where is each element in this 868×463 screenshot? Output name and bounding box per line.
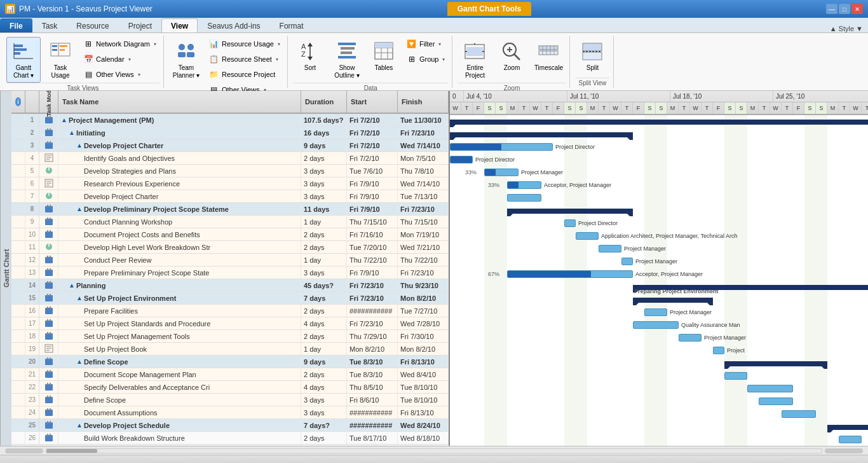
task-row[interactable]: 13Prepare Preliminary Project Scope Stat… (11, 266, 449, 279)
close-button[interactable]: ✕ (851, 4, 863, 14)
horizontal-scrollbar-right[interactable] (825, 448, 863, 453)
gantt-bar[interactable] (484, 169, 519, 176)
gantt-bar[interactable] (633, 321, 679, 329)
gantt-bar[interactable] (507, 270, 633, 278)
tab-file[interactable]: File (0, 18, 32, 32)
task-row[interactable]: 14▲ Planning45 days?Fri 7/23/10Thu 9/23/… (11, 279, 449, 292)
gantt-bar[interactable] (507, 181, 541, 189)
tab-resource[interactable]: Resource (67, 18, 118, 32)
gantt-body[interactable]: Project Director50%Project DirectorProje… (450, 115, 868, 446)
minimize-button[interactable]: — (826, 4, 837, 14)
task-row[interactable]: 16Prepare Facilities2 days###########Tue… (11, 305, 449, 317)
task-row[interactable]: 4Identify Goals and Objectives2 daysFri … (11, 152, 449, 165)
horizontal-scrollbar-left[interactable] (5, 448, 43, 453)
sort-button[interactable]: A Z Sort (293, 37, 327, 75)
tab-project[interactable]: Project (119, 18, 161, 32)
task-row[interactable]: 21Document Scope Management Plan2 daysTu… (11, 368, 449, 381)
gantt-bar[interactable] (644, 308, 667, 316)
tables-button[interactable]: Tables (367, 37, 401, 75)
task-row[interactable]: 3▲ Develop Project Charter9 daysFri 7/2/… (11, 139, 449, 152)
gantt-bar[interactable] (713, 347, 724, 354)
gantt-bar[interactable] (782, 410, 816, 418)
row-start: Fri 7/9/10 (347, 203, 398, 215)
gantt-bars-container: Project Director50%Project DirectorProje… (450, 115, 868, 446)
gantt-bar[interactable] (599, 245, 621, 252)
tab-seavus[interactable]: Seavus Add-ins (198, 18, 269, 32)
resource-sheet-button[interactable]: 📋 Resource Sheet ▾ (206, 52, 283, 66)
task-row[interactable]: 1▲ Project Management (PM)107.5 days?Fri… (11, 114, 449, 127)
gantt-chart-button[interactable]: GanttChart ▾ (6, 37, 41, 83)
resource-usage-button[interactable]: 📊 Resource Usage ▾ (206, 37, 283, 51)
task-row[interactable]: 22Specify Deliverables and Acceptance Cr… (11, 381, 449, 394)
gantt-bar-label: Application Architect, Project Manager, … (601, 233, 737, 239)
gantt-bar[interactable] (450, 120, 868, 125)
task-row[interactable]: 9Conduct Planning Workshop1 dayThu 7/15/… (11, 216, 449, 228)
group-button[interactable]: ⊞ Group ▾ (403, 52, 449, 66)
task-row[interactable]: 11Develop High Level Work Breakdown Str2… (11, 241, 449, 254)
gantt-bar[interactable] (679, 334, 702, 342)
gantt-bar[interactable] (507, 194, 541, 202)
row-finish: Tue 7/27/10 (398, 305, 449, 317)
task-row[interactable]: 25▲ Develop Project Schedule7 days?#####… (11, 419, 449, 432)
resource-project-button[interactable]: 📁 Resource Project (206, 67, 283, 81)
gantt-bar[interactable] (839, 436, 862, 443)
row-duration: 3 days (301, 406, 347, 418)
gantt-bar[interactable] (827, 425, 868, 430)
task-row[interactable]: 23Define Scope3 daysFri 8/6/10Tue 8/10/1… (11, 394, 449, 406)
task-row[interactable]: 19Set Up Project Book1 dayMon 8/2/10Mon … (11, 343, 449, 356)
task-row[interactable]: 18Set Up Project Management Tools2 daysT… (11, 330, 449, 343)
other-views-task-button[interactable]: ▤ Other Views ▾ (80, 67, 159, 81)
task-row[interactable]: 24Document Assumptions3 days###########F… (11, 406, 449, 419)
gantt-chart-area: Gantt Chart i Task Mode Task Name Durati… (0, 91, 868, 446)
task-row[interactable]: 2▲ Initiating16 daysFri 7/2/10Fri 7/23/1… (11, 127, 449, 139)
horizontal-scrollbar-thumb[interactable] (46, 449, 97, 453)
task-usage-button[interactable]: TaskUsage (43, 37, 78, 83)
svg-rect-119 (50, 408, 51, 411)
gantt-day-header: W (530, 102, 541, 114)
gantt-bar[interactable] (621, 258, 633, 265)
task-row[interactable]: 15▲ Set Up Project Environment7 daysFri … (11, 292, 449, 305)
row-number: 26 (25, 432, 39, 444)
scroll-area[interactable] (0, 446, 868, 455)
gantt-bar[interactable] (507, 209, 633, 214)
gantt-bar[interactable] (759, 397, 793, 405)
task-row[interactable]: 7Develop Project Charter3 daysFri 7/9/10… (11, 190, 449, 203)
split-button[interactable]: Split (575, 37, 609, 75)
gantt-bar[interactable] (724, 372, 747, 380)
team-planner-button[interactable]: TeamPlanner ▾ (169, 37, 203, 83)
entire-project-icon (463, 40, 486, 63)
tab-format[interactable]: Format (270, 18, 313, 32)
gantt-bar[interactable] (724, 361, 827, 366)
filter-button[interactable]: 🔽 Filter ▾ (403, 37, 449, 51)
tab-view[interactable]: View (161, 18, 198, 32)
gantt-bar[interactable] (747, 385, 793, 392)
row-mode-icon (39, 216, 58, 228)
task-row[interactable]: 6Research Previous Experience3 daysFri 7… (11, 177, 449, 190)
task-row[interactable]: 12Conduct Peer Review1 dayThu 7/22/10Thu… (11, 254, 449, 266)
task-row[interactable]: 10Document Project Costs and Benefits2 d… (11, 228, 449, 241)
task-body[interactable]: 1▲ Project Management (PM)107.5 days?Fri… (11, 114, 449, 446)
weekend-shading (484, 115, 496, 446)
gantt-bar[interactable] (564, 219, 576, 227)
tab-task[interactable]: Task (32, 18, 67, 32)
task-row[interactable]: 5Develop Strategies and Plans3 daysTue 7… (11, 165, 449, 177)
task-row[interactable]: 26Build Work Breakdown Structure2 daysTu… (11, 432, 449, 445)
timescale-button[interactable]: Timescale (531, 37, 566, 75)
gantt-bar[interactable] (450, 156, 473, 163)
calendar-button[interactable]: 📅 Calendar ▾ (80, 52, 159, 66)
show-outline-button[interactable]: ShowOutline ▾ (330, 37, 364, 83)
horizontal-scrollbar-track[interactable] (46, 448, 822, 453)
header-task-mode: Task Mode (39, 91, 58, 113)
gantt-bar[interactable] (450, 143, 553, 151)
gantt-bar[interactable] (633, 298, 713, 303)
svg-rect-89 (45, 295, 53, 301)
task-row[interactable]: 8▲ Develop Preliminary Project Scope Sta… (11, 203, 449, 216)
network-diagram-button[interactable]: ⊞ Network Diagram ▾ (80, 37, 159, 51)
gantt-bar[interactable] (450, 132, 633, 137)
zoom-button[interactable]: Zoom (494, 37, 529, 75)
task-row[interactable]: 17Set Up Project Standards and Procedure… (11, 317, 449, 330)
entire-project-button[interactable]: EntireProject (458, 37, 492, 83)
gantt-bar[interactable] (576, 232, 599, 240)
maximize-button[interactable]: □ (839, 4, 850, 14)
task-row[interactable]: 20▲ Define Scope9 daysTue 8/3/10Fri 8/13… (11, 356, 449, 368)
